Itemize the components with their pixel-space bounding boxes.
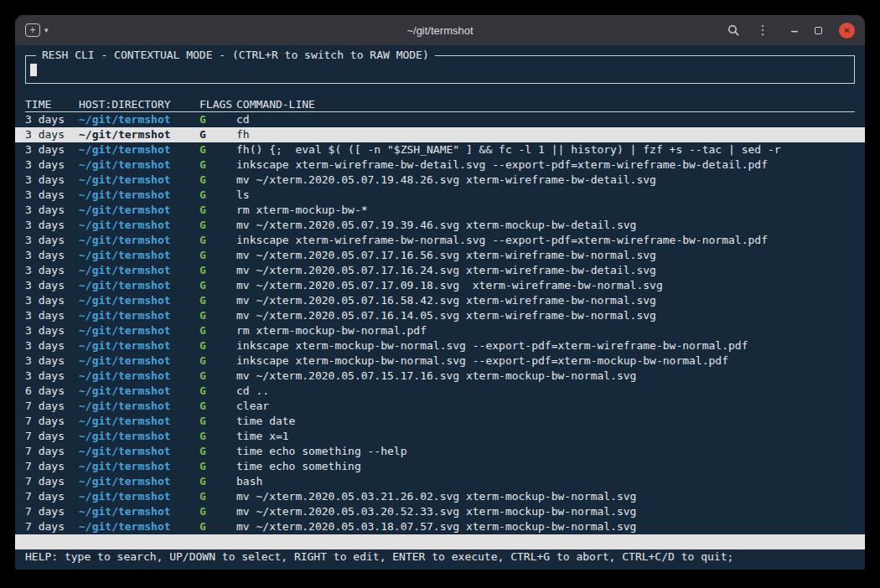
row-flags: G [199,203,236,218]
row-time: 3 days [25,218,79,233]
history-row[interactable]: 3 days~/git/termshotGrm xterm-mockup-bw-… [15,203,865,218]
row-time: 3 days [25,127,79,142]
history-row[interactable]: 7 days~/git/termshotGmv ~/xterm.2020.05.… [15,489,865,504]
help-line: HELP: type to search, UP/DOWN to select,… [25,549,855,565]
history-row[interactable]: 3 days~/git/termshotGfh [15,127,865,142]
history-row[interactable]: 3 days~/git/termshotGls [15,188,865,203]
row-host: ~/git/termshot [79,127,199,142]
row-host: ~/git/termshot [79,384,199,399]
row-host: ~/git/termshot [79,173,199,188]
row-time: 7 days [25,414,79,429]
row-host: ~/git/termshot [79,459,199,474]
text-cursor [30,64,37,76]
row-host: ~/git/termshot [79,399,199,414]
row-time: 7 days [25,399,79,414]
row-command: rm xterm-mockup-bw-* [236,203,855,218]
terminal-window: + ▾ ~/git/termshot ⋮ – ✕ RESH CLI - [15,15,865,570]
row-command: inkscape xterm-mockup-bw-normal.svg --ex… [236,353,855,369]
row-time: 3 days [25,323,79,338]
new-tab-button[interactable]: + [25,23,40,37]
row-command: time x=1 [236,429,855,444]
history-row[interactable]: 3 days~/git/termshotGmv ~/xterm.2020.05.… [15,369,865,384]
row-host: ~/git/termshot [79,278,199,293]
search-icon[interactable] [727,23,740,37]
row-flags: G [199,233,236,248]
row-time: 7 days [25,489,79,504]
row-flags: G [199,323,236,338]
row-time: 3 days [25,248,79,263]
row-host: ~/git/termshot [79,519,199,534]
minimize-button[interactable]: – [791,23,798,38]
row-host: ~/git/termshot [79,218,199,233]
history-row[interactable]: 3 days~/git/termshotGmv ~/xterm.2020.05.… [15,278,865,293]
row-host: ~/git/termshot [79,112,199,127]
history-row[interactable]: 7 days~/git/termshotGbash [15,474,865,489]
row-command: mv ~/xterm.2020.05.07.19.48.26.svg xterm… [236,173,855,188]
restore-button[interactable] [815,27,822,34]
row-flags: G [199,278,236,293]
history-row[interactable]: 7 days~/git/termshotGmv ~/xterm.2020.05.… [15,519,865,534]
row-flags: G [199,188,236,203]
row-time: 7 days [25,519,79,534]
row-time: 3 days [25,353,79,369]
row-host: ~/git/termshot [79,263,199,278]
history-row[interactable]: 3 days~/git/termshotGmv ~/xterm.2020.05.… [15,248,865,263]
row-command: mv ~/xterm.2020.05.07.17.16.56.svg xterm… [236,248,855,263]
row-host: ~/git/termshot [79,369,199,384]
history-row[interactable]: 3 days~/git/termshotGinkscape xterm-wire… [15,157,865,173]
row-command: inkscape xterm-wireframe-bw-detail.svg -… [236,157,855,173]
row-flags: G [199,444,236,459]
row-time: 3 days [25,112,79,127]
row-host: ~/git/termshot [79,157,199,173]
row-time: 7 days [25,504,79,519]
row-command: bash [236,474,855,489]
history-row[interactable]: 7 days~/git/termshotGtime echo something… [15,444,865,459]
status-bar: 2020-05-08 00:34:56 tower:~/git/termshot… [15,534,865,549]
history-row[interactable]: 3 days~/git/termshotGrm xterm-mockup-bw-… [15,323,865,338]
row-flags: G [199,112,236,127]
history-row[interactable]: 7 days~/git/termshotGclear [15,399,865,414]
history-list: 3 days~/git/termshotGcd3 days~/git/terms… [25,112,855,534]
row-host: ~/git/termshot [79,248,199,263]
row-flags: G [199,308,236,323]
row-host: ~/git/termshot [79,489,199,504]
row-time: 7 days [25,444,79,459]
row-time: 7 days [25,459,79,474]
menu-kebab-icon[interactable]: ⋮ [757,23,769,38]
history-row[interactable]: 7 days~/git/termshotGtime echo something [15,459,865,474]
search-box-title: RESH CLI - CONTEXTUAL MODE - (CTRL+R to … [36,49,435,61]
row-host: ~/git/termshot [79,142,199,157]
history-row[interactable]: 3 days~/git/termshotGmv ~/xterm.2020.05.… [15,218,865,233]
row-command: mv ~/xterm.2020.05.07.17.09.18.svg xterm… [236,278,855,293]
history-row[interactable]: 7 days~/git/termshotGmv ~/xterm.2020.05.… [15,504,865,519]
history-row[interactable]: 7 days~/git/termshotGtime x=1 [15,429,865,444]
row-flags: G [199,519,236,534]
row-flags: G [199,489,236,504]
row-command: mv ~/xterm.2020.05.03.18.07.57.svg xterm… [236,519,855,534]
history-row[interactable]: 3 days~/git/termshotGinkscape xterm-mock… [15,338,865,353]
close-icon: ✕ [843,26,850,35]
row-flags: G [199,293,236,308]
chevron-down-icon[interactable]: ▾ [44,26,49,34]
history-row[interactable]: 3 days~/git/termshotGinkscape xterm-mock… [15,353,865,369]
row-flags: G [199,384,236,399]
row-command: fh() {; eval $( ([ -n "$ZSH_NAME" ] && f… [236,142,855,157]
row-time: 3 days [25,369,79,384]
history-row[interactable]: 7 days~/git/termshotGtime date [15,414,865,429]
close-button[interactable]: ✕ [839,23,855,39]
row-host: ~/git/termshot [79,308,199,323]
header-host-directory: HOST:DIRECTORY [79,97,199,112]
history-row[interactable]: 3 days~/git/termshotGcd [15,112,865,127]
row-flags: G [199,248,236,263]
history-row[interactable]: 3 days~/git/termshotGmv ~/xterm.2020.05.… [15,308,865,323]
history-row[interactable]: 3 days~/git/termshotGinkscape xterm-wire… [15,233,865,248]
history-row[interactable]: 3 days~/git/termshotGmv ~/xterm.2020.05.… [15,293,865,308]
row-time: 7 days [25,429,79,444]
history-row[interactable]: 3 days~/git/termshotGmv ~/xterm.2020.05.… [15,173,865,188]
history-row[interactable]: 6 days~/git/termshotGcd .. [15,384,865,399]
search-box[interactable]: RESH CLI - CONTEXTUAL MODE - (CTRL+R to … [25,55,855,84]
history-row[interactable]: 3 days~/git/termshotGfh() {; eval $( ([ … [15,142,865,157]
history-row[interactable]: 3 days~/git/termshotGmv ~/xterm.2020.05.… [15,263,865,278]
terminal-screen[interactable]: RESH CLI - CONTEXTUAL MODE - (CTRL+R to … [15,45,865,570]
row-flags: G [199,127,236,142]
